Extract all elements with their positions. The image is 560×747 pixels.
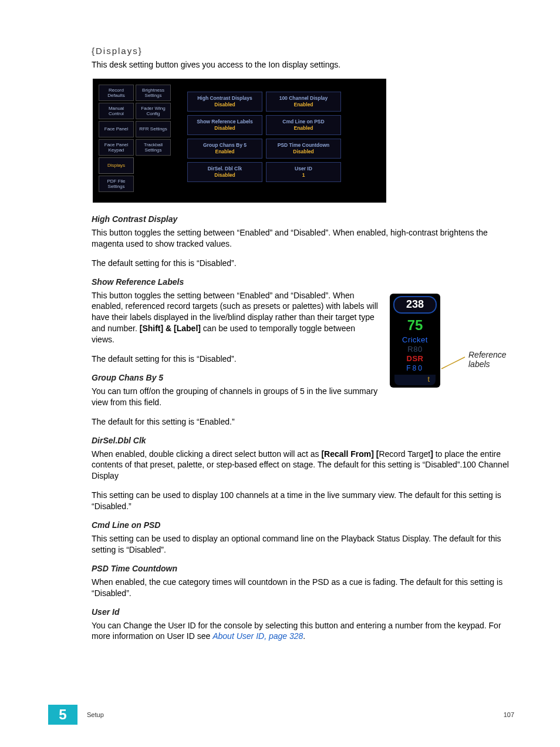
settings-tab[interactable]: Face Panel (99, 121, 134, 137)
ref-f80: F80 (406, 364, 424, 372)
setting-option[interactable]: High Contrast DisplaysDisabled (187, 92, 262, 112)
option-label: Show Reference Labels (197, 119, 252, 125)
section-heading-displays: {Displays} (92, 46, 513, 56)
srl-p1b: [Shift] & [Label] (140, 324, 201, 333)
channel-number: 238 (393, 296, 437, 314)
heading-dirsel-dblclk: DirSel.Dbl Clk (92, 436, 513, 445)
setting-option[interactable]: DirSel. Dbl ClkDisabled (187, 162, 262, 182)
footer-section: Setup (87, 711, 104, 718)
option-label: Cmd Line on PSD (282, 119, 324, 125)
option-label: DirSel. Dbl Clk (208, 166, 242, 172)
settings-tab[interactable]: Displays (99, 157, 134, 174)
page-footer: 5 Setup 107 (48, 705, 514, 725)
option-label: Group Chans By 5 (203, 142, 247, 149)
option-value: Disabled (214, 125, 235, 132)
setting-option[interactable]: Show Reference LabelsDisabled (187, 115, 262, 135)
ptc-p1: When enabled, the cue category times wil… (92, 577, 513, 599)
srl-p2: The default setting for this is “Disable… (92, 354, 379, 365)
user-id-link[interactable]: About User ID, page 328 (212, 631, 303, 641)
settings-tab[interactable]: Face Panel Keypad (99, 139, 134, 156)
dsdc-p1c: Record Target (379, 449, 430, 459)
option-value: Disabled (293, 149, 313, 155)
settings-tab[interactable]: PDF File Settings (99, 176, 134, 192)
settings-tab[interactable]: Brightness Settings (136, 85, 171, 101)
callout-text: Reference labels (468, 350, 521, 369)
channel-cell: 238 75 Cricket R80 DSR F80 (390, 294, 440, 388)
page-number: 107 (504, 711, 514, 718)
settings-tab[interactable]: Manual Control (99, 103, 134, 119)
options-grid: High Contrast DisplaysDisabled100 Channe… (187, 85, 341, 192)
setting-option[interactable]: User ID1 (266, 162, 341, 182)
setting-option[interactable]: Group Chans By 5Enabled (187, 139, 262, 159)
displays-settings-screenshot: Record DefaultsBrightness SettingsManual… (93, 79, 386, 203)
settings-tab[interactable]: Trackball Settings (136, 139, 171, 156)
hcd-p2: The default setting for this is “Disable… (92, 258, 513, 269)
hcd-p1: This button toggles the setting between … (92, 227, 513, 250)
settings-tab[interactable]: Record Defaults (99, 85, 134, 101)
setting-option[interactable]: Cmd Line on PSDEnabled (266, 115, 341, 135)
heading-group-chans: Group Chans By 5 (92, 373, 379, 382)
srl-p1: This button toggles the setting between … (92, 290, 379, 345)
uid-p1b: . (303, 631, 305, 641)
channel-level: 75 (407, 317, 423, 334)
heading-cmd-line-psd: Cmd Line on PSD (92, 520, 513, 530)
dsdc-p1a: When enabled, double clicking a direct s… (92, 449, 321, 459)
settings-tab[interactable]: RFR Settings (136, 121, 171, 137)
option-value: Disabled (214, 172, 235, 179)
clp-p1: This setting can be used to display an o… (92, 533, 513, 556)
option-value: Enabled (215, 149, 234, 155)
gcb5-p1: You can turn off/on the grouping of chan… (92, 386, 379, 408)
figure-callout: Reference labels (440, 355, 521, 371)
tab-column: Record DefaultsBrightness SettingsManual… (99, 85, 171, 192)
settings-tab[interactable]: Fader Wing Config (136, 103, 171, 119)
heading-show-ref-labels: Show Reference Labels (92, 277, 513, 287)
option-label: PSD Time Countdown (278, 142, 330, 149)
option-value: Disabled (214, 102, 235, 108)
uid-p1: You can Change the User ID for the conso… (92, 620, 513, 642)
heading-high-contrast: High Contrast Display (92, 214, 513, 224)
option-label: High Contrast Displays (197, 95, 252, 102)
option-label: 100 Channel Display (279, 95, 328, 102)
intro-text: This desk setting button gives you acces… (92, 59, 513, 70)
chapter-number: 5 (48, 705, 77, 725)
ref-cricket: Cricket (402, 336, 428, 344)
callout-arrow-icon (440, 355, 466, 371)
ref-r80: R80 (407, 345, 422, 354)
setting-option[interactable]: 100 Channel DisplayEnabled (266, 92, 341, 112)
option-value: Enabled (294, 125, 313, 132)
gcb5-p2: The default for this setting is “Enabled… (92, 416, 513, 428)
setting-option[interactable]: PSD Time CountdownDisabled (266, 139, 341, 159)
dsdc-p1: When enabled, double clicking a direct s… (92, 449, 513, 482)
heading-user-id: User Id (92, 607, 513, 617)
heading-psd-time-countdown: PSD Time Countdown (92, 564, 513, 573)
ref-dsr: DSR (407, 355, 424, 363)
dsdc-p1b: [Recall From] [ (321, 449, 379, 459)
channel-footer (394, 375, 436, 385)
dsdc-p2: This setting can be used to display 100 … (92, 490, 513, 512)
svg-line-0 (441, 357, 465, 369)
option-value: 1 (302, 172, 305, 179)
reference-labels-figure: 238 75 Cricket R80 DSR F80 Reference lab… (390, 294, 513, 388)
option-value: Enabled (294, 102, 313, 108)
option-label: User ID (295, 166, 312, 172)
